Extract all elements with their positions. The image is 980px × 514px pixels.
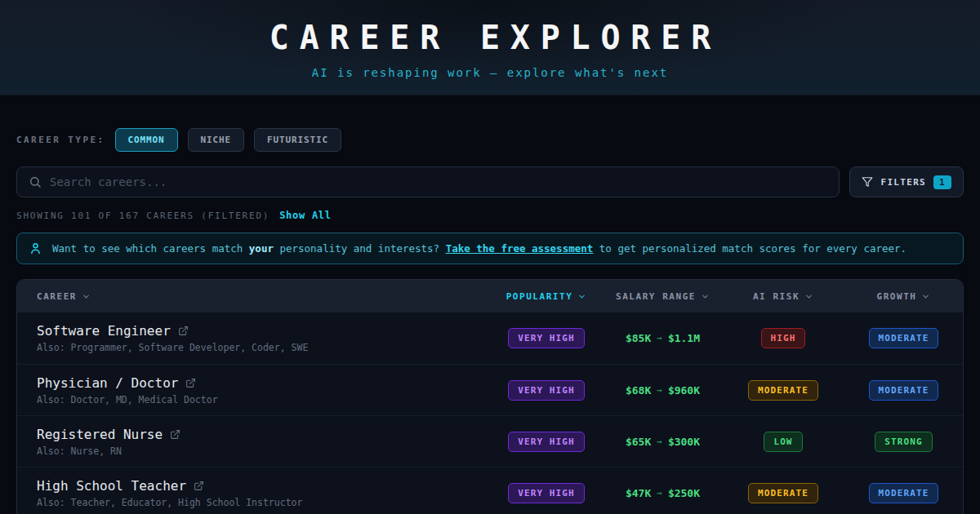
banner-text-middle: personality and interests? <box>274 242 446 255</box>
salary-arrow-icon: → <box>657 436 662 447</box>
table-row[interactable]: Physician / Doctor Also: Doctor, MD, Med… <box>17 364 963 415</box>
column-header-career[interactable]: CAREER <box>17 291 489 302</box>
search-icon <box>29 175 42 188</box>
results-count-text: SHOWING 101 OF 167 CAREERS (FILTERED) <box>16 210 270 221</box>
banner-text-after: to get personalized match scores for eve… <box>593 242 906 255</box>
chevron-down-icon <box>804 292 813 301</box>
salary-arrow-icon: → <box>657 488 662 498</box>
career-name: High School Teacher <box>37 478 186 494</box>
salary-arrow-icon: → <box>657 385 662 396</box>
career-aliases: Also: Programmer, Software Developer, Co… <box>37 342 489 353</box>
column-header-popularity[interactable]: POPULARITY <box>489 291 604 302</box>
banner-bold-word: your <box>249 242 274 255</box>
salary-from: $65K <box>626 436 651 448</box>
table-row[interactable]: High School Teacher Also: Teacher, Educa… <box>17 467 963 514</box>
popularity-badge: VERY HIGH <box>508 328 585 348</box>
filter-funnel-icon <box>862 176 873 188</box>
career-name: Physician / Doctor <box>37 375 178 391</box>
careers-table: CAREER POPULARITY SALARY RANGE AI RISK G… <box>16 279 964 514</box>
popularity-badge: VERY HIGH <box>508 483 585 503</box>
person-icon <box>29 241 42 255</box>
results-row: SHOWING 101 OF 167 CAREERS (FILTERED) Sh… <box>16 210 964 221</box>
growth-badge: MODERATE <box>869 380 939 401</box>
column-header-growth[interactable]: GROWTH <box>844 291 963 302</box>
salary-from: $47K <box>626 487 651 499</box>
show-all-link[interactable]: Show All <box>279 210 332 221</box>
chevron-down-icon <box>701 292 710 301</box>
chevron-down-icon <box>921 292 930 301</box>
external-link-icon[interactable] <box>170 429 180 440</box>
career-type-label: CAREER TYPE: <box>16 135 105 145</box>
ai-risk-badge: MODERATE <box>748 380 818 401</box>
filters-button[interactable]: FILTERS 1 <box>849 166 964 197</box>
career-aliases: Also: Doctor, MD, Medical Doctor <box>37 394 489 405</box>
career-name: Registered Nurse <box>37 427 163 442</box>
column-label: GROWTH <box>877 291 917 302</box>
ai-risk-badge: HIGH <box>761 328 806 348</box>
salary-range: $47K → $250K <box>626 487 700 499</box>
career-cell: Registered Nurse Also: Nurse, RN <box>17 427 489 457</box>
table-row[interactable]: Registered Nurse Also: Nurse, RN VERY HI… <box>17 415 963 467</box>
ai-risk-badge: MODERATE <box>748 483 818 503</box>
chevron-down-icon <box>82 292 91 301</box>
column-header-ai-risk[interactable]: AI RISK <box>722 291 844 302</box>
column-label: SALARY RANGE <box>616 291 696 302</box>
growth-badge: MODERATE <box>869 328 939 348</box>
popularity-badge: VERY HIGH <box>508 432 585 452</box>
column-header-salary-range[interactable]: SALARY RANGE <box>604 291 722 302</box>
growth-badge: STRONG <box>875 432 932 452</box>
search-row: FILTERS 1 <box>16 166 964 197</box>
salary-range: $65K → $300K <box>626 436 700 448</box>
salary-from: $68K <box>626 384 651 397</box>
salary-to: $1.1M <box>668 332 700 344</box>
chevron-down-icon <box>577 292 586 301</box>
column-label: CAREER <box>37 291 77 302</box>
column-label: POPULARITY <box>506 291 573 302</box>
search-box[interactable] <box>16 166 840 197</box>
table-body: Software Engineer Also: Programmer, Soft… <box>17 312 963 514</box>
career-name: Software Engineer <box>37 323 171 339</box>
external-link-icon[interactable] <box>194 481 204 491</box>
salary-to: $250K <box>668 487 700 499</box>
assessment-link[interactable]: Take the free assessment <box>446 242 594 255</box>
table-header: CAREER POPULARITY SALARY RANGE AI RISK G… <box>17 280 963 312</box>
salary-to: $960K <box>668 384 700 397</box>
hero-header: CAREER EXPLORER AI is reshaping work — e… <box>0 0 980 95</box>
column-label: AI RISK <box>753 291 800 302</box>
external-link-icon[interactable] <box>178 326 189 336</box>
salary-range: $85K → $1.1M <box>626 332 700 344</box>
career-cell: High School Teacher Also: Teacher, Educa… <box>17 478 489 508</box>
type-button-futuristic[interactable]: FUTURISTIC <box>254 128 341 152</box>
salary-arrow-icon: → <box>657 333 662 343</box>
career-cell: Software Engineer Also: Programmer, Soft… <box>17 323 489 353</box>
filters-count-badge: 1 <box>933 175 951 189</box>
page-title: CAREER EXPLORER <box>259 19 721 56</box>
filters-button-label: FILTERS <box>880 177 926 188</box>
popularity-badge: VERY HIGH <box>508 380 585 401</box>
salary-range: $68K → $960K <box>626 384 700 397</box>
page-subtitle: AI is reshaping work — explore what's ne… <box>312 66 668 79</box>
type-button-common[interactable]: COMMON <box>115 128 178 152</box>
assessment-banner: Want to see which careers match your per… <box>16 233 964 264</box>
career-aliases: Also: Teacher, Educator, High School Ins… <box>37 497 489 508</box>
career-type-filter: CAREER TYPE: COMMON NICHE FUTURISTIC <box>16 128 964 152</box>
career-cell: Physician / Doctor Also: Doctor, MD, Med… <box>17 375 489 405</box>
growth-badge: MODERATE <box>869 483 939 503</box>
ai-risk-badge: LOW <box>764 432 802 452</box>
external-link-icon[interactable] <box>185 378 196 388</box>
main-content: CAREER TYPE: COMMON NICHE FUTURISTIC FIL… <box>0 128 980 514</box>
salary-from: $85K <box>626 332 651 344</box>
type-button-niche[interactable]: NICHE <box>188 128 245 152</box>
career-aliases: Also: Nurse, RN <box>37 445 489 457</box>
banner-text-before: Want to see which careers match <box>52 242 249 255</box>
banner-text: Want to see which careers match your per… <box>52 242 906 255</box>
salary-to: $300K <box>668 436 700 448</box>
table-row[interactable]: Software Engineer Also: Programmer, Soft… <box>17 312 963 364</box>
search-input[interactable] <box>50 175 827 188</box>
